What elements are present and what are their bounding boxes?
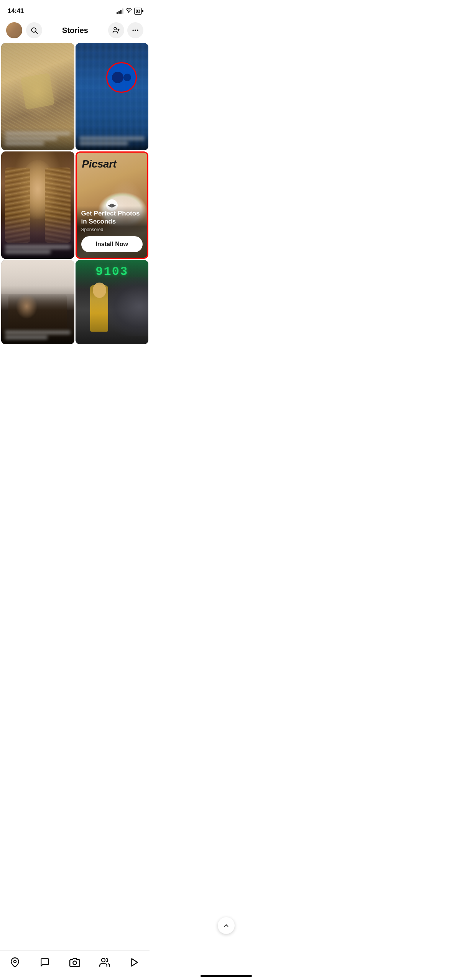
svg-point-5 — [133, 30, 134, 31]
story-card[interactable] — [76, 43, 149, 150]
status-time: 14:41 — [8, 7, 24, 15]
story-card[interactable] — [1, 260, 74, 344]
page-content: Picsart ◀▶ Get Perfect Photos in Seconds… — [0, 43, 150, 383]
wifi-icon — [126, 8, 132, 14]
svg-point-2 — [114, 28, 117, 30]
more-options-button[interactable] — [127, 22, 143, 38]
header: Stories — [0, 19, 150, 43]
story-card[interactable] — [1, 43, 74, 150]
ad-sponsored-label: Sponsored — [81, 227, 143, 232]
signal-icon — [117, 8, 123, 14]
ad-header: Picsart — [77, 153, 148, 170]
add-friend-button[interactable] — [108, 22, 124, 38]
red-circle-indicator — [106, 62, 137, 93]
ad-inner: Picsart ◀▶ Get Perfect Photos in Seconds… — [77, 153, 148, 258]
header-left — [6, 22, 42, 38]
ad-brand-name: Picsart — [82, 158, 117, 170]
search-button[interactable] — [26, 22, 42, 38]
avatar[interactable] — [6, 22, 22, 38]
install-now-button[interactable]: Install Now — [81, 236, 143, 252]
battery-level: 83 — [136, 9, 140, 13]
story-overlay — [1, 241, 74, 259]
svg-line-1 — [36, 32, 38, 34]
stories-grid: Picsart ◀▶ Get Perfect Photos in Seconds… — [0, 43, 150, 344]
story-card[interactable] — [1, 151, 74, 259]
ad-bottom: Get Perfect Photos in Seconds Sponsored … — [77, 206, 148, 258]
status-bar: 14:41 83 — [0, 0, 150, 19]
battery-icon: 83 — [134, 8, 142, 15]
story-overlay — [1, 127, 74, 150]
status-icons: 83 — [117, 8, 142, 15]
picsart-ad-card[interactable]: Picsart ◀▶ Get Perfect Photos in Seconds… — [76, 151, 149, 259]
svg-point-6 — [135, 30, 136, 31]
story-overlay — [1, 326, 74, 344]
svg-point-7 — [137, 30, 138, 31]
page-title: Stories — [42, 26, 108, 35]
ad-tagline: Get Perfect Photos in Seconds — [81, 210, 143, 225]
story-overlay — [76, 132, 149, 150]
header-right — [108, 22, 143, 38]
story-card[interactable]: 9103 — [76, 260, 149, 344]
